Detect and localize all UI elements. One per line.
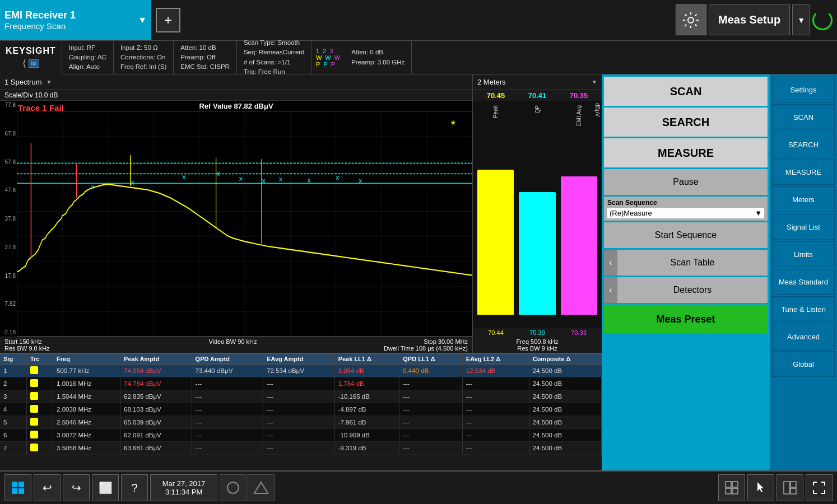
trace3-num: 3 xyxy=(329,48,333,54)
svg-rect-33 xyxy=(790,488,796,494)
preamp2-status: Preamp: 3.00 GHz xyxy=(351,58,404,67)
cell-qpd: --- xyxy=(192,390,263,403)
scan-table-arrow[interactable]: ‹ xyxy=(604,250,617,276)
meas-standard-btn[interactable]: Meas Standard xyxy=(772,269,835,295)
meter-res-bw: Res BW 9 kHz xyxy=(475,345,599,352)
add-button[interactable]: + xyxy=(156,8,180,32)
table-row[interactable]: 1 500.77 kHz 74.054 dBμV 73.440 dBμV 72.… xyxy=(0,365,602,377)
cell-qpd: 73.440 dBμV xyxy=(192,365,263,377)
measure-button[interactable]: MEASURE xyxy=(604,138,768,167)
undo-button[interactable]: ↩ xyxy=(34,474,61,501)
cell-peak-ll1: 1.054 dB xyxy=(334,365,399,377)
meas-setup-dropdown[interactable]: ▼ xyxy=(792,4,810,35)
triangle-shape[interactable] xyxy=(248,474,275,501)
top-bar: EMI Receiver 1 Frequency Scan ▼ + Meas S… xyxy=(0,0,837,41)
spectrum-panel-header: 1 Spectrum ▼ xyxy=(0,74,472,90)
global-btn[interactable]: Global xyxy=(772,351,835,377)
sec-scan-btn[interactable]: SCAN xyxy=(772,104,835,130)
table-row[interactable]: 7 3.5058 MHz 63.681 dBμV --- --- -9.319 … xyxy=(0,442,602,455)
circle-shape[interactable] xyxy=(220,474,247,501)
cell-eavg: --- xyxy=(263,429,335,442)
meas-preset-button[interactable]: Meas Preset xyxy=(604,305,768,334)
svg-text:×: × xyxy=(216,168,220,179)
grid-view-button[interactable] xyxy=(718,474,745,501)
pause-button[interactable]: Pause xyxy=(604,169,768,195)
cell-freq: 1.5044 MHz xyxy=(53,390,120,403)
meter-cyan-top: 70.41 xyxy=(517,91,558,100)
inputz-status: Input Z: 50 Ω xyxy=(120,43,166,53)
start-sequence-button[interactable]: Start Sequence xyxy=(604,222,768,248)
atten2-status: Atten: 0 dB xyxy=(351,48,404,57)
cell-trc xyxy=(26,390,53,403)
search-button[interactable]: SEARCH xyxy=(604,108,768,137)
table-row[interactable]: 6 3.0072 MHz 62.091 dBμV --- --- -10.909… xyxy=(0,429,602,442)
advanced-btn[interactable]: Advanced xyxy=(772,324,835,349)
cell-composite: 24.500 dB xyxy=(529,365,601,377)
svg-rect-21 xyxy=(12,482,17,487)
cell-eavg: --- xyxy=(263,377,335,390)
tune-listen-btn[interactable]: Tune & Listen xyxy=(772,296,835,322)
table-row[interactable]: 2 1.0016 MHz 74.784 dBμV --- --- 1.784 d… xyxy=(0,377,602,390)
svg-text:×: × xyxy=(336,172,340,183)
sidebar-top: SCAN SEARCH MEASURE Pause Scan Sequence … xyxy=(602,74,837,470)
y-label-1: 67.8 xyxy=(0,130,17,137)
th-eavg: EAvg Amptd xyxy=(263,354,335,365)
corrections-status: Corrections: On xyxy=(120,53,166,62)
signal-table: Sig Trc Freq Peak Amptd QPD Amptd EAvg A… xyxy=(0,354,602,455)
cell-freq: 3.5058 MHz xyxy=(53,442,120,455)
spin-indicator xyxy=(812,10,833,30)
table-row[interactable]: 5 2.5046 MHz 65.039 dBμV --- --- -7.961 … xyxy=(0,416,602,429)
keysight-text: KEYSIGHT xyxy=(6,46,56,56)
keysight-logo: KEYSIGHT ⟨ lxi xyxy=(0,41,62,74)
cell-peak: 68.103 dBμV xyxy=(120,403,192,416)
meter-yellow-bottom: 70.44 xyxy=(475,329,517,336)
svg-text:×: × xyxy=(359,175,362,186)
cell-composite: 24.500 dB xyxy=(529,377,601,390)
redo-button[interactable]: ↪ xyxy=(63,474,90,501)
scan-sequence-group: Scan Sequence (Re)Measure ▼ xyxy=(604,197,768,221)
detectors-arrow[interactable]: ‹ xyxy=(604,277,617,303)
y-label-4: 37.8 xyxy=(0,216,17,222)
spectrum-canvas[interactable]: Ref Value 87.82 dBμV Trace 1 Fail * 77.8… xyxy=(0,101,472,337)
svg-rect-23 xyxy=(12,488,17,494)
meas-setup-button[interactable]: Meas Setup xyxy=(709,4,790,35)
sec-measure-btn[interactable]: MEASURE xyxy=(772,159,835,185)
copy-button[interactable]: ⬜ xyxy=(92,474,119,501)
gear-button[interactable] xyxy=(676,4,706,35)
title-dropdown-arrow[interactable]: ▼ xyxy=(138,15,147,25)
help-button[interactable]: ? xyxy=(121,474,148,501)
meters-dropdown[interactable]: ▼ xyxy=(592,79,597,85)
sec-search-btn[interactable]: SEARCH xyxy=(772,132,835,157)
scan-button[interactable]: SCAN xyxy=(604,77,768,106)
cell-eavg-ll2: --- xyxy=(462,442,529,455)
remeasure-dropdown[interactable]: (Re)Measure ▼ xyxy=(607,208,764,218)
spectrum-dropdown[interactable]: ▼ xyxy=(46,79,52,85)
cell-eavg: --- xyxy=(263,390,335,403)
detectors-button[interactable]: Detectors xyxy=(617,277,768,303)
pointer-button[interactable] xyxy=(747,474,774,501)
signal-list-btn[interactable]: Signal List xyxy=(772,214,835,240)
fullscreen-button[interactable] xyxy=(806,474,833,501)
scan-table-button[interactable]: Scan Table xyxy=(617,250,768,276)
svg-text:×: × xyxy=(91,181,95,193)
th-qpd-ll1: QPD LL1 Δ xyxy=(399,354,463,365)
cell-peak: 62.835 dBμV xyxy=(120,390,192,403)
layout-button[interactable] xyxy=(776,474,803,501)
bottom-bar: ↩ ↪ ⬜ ? Mar 27, 2017 3:11:34 PM xyxy=(0,470,837,504)
windows-button[interactable] xyxy=(4,474,31,501)
settings-btn[interactable]: Settings xyxy=(772,77,835,102)
remeasure-label: (Re)Measure xyxy=(610,209,652,217)
time-label: 3:11:34 PM xyxy=(165,488,203,496)
trace3-p: P xyxy=(331,61,335,68)
emcstd-status: EMC Std: CISPR xyxy=(180,62,230,72)
meters-btn[interactable]: Meters xyxy=(772,186,835,212)
cell-qpd: --- xyxy=(192,416,263,429)
table-row[interactable]: 4 2.0038 MHz 68.103 dBμV --- --- -4.897 … xyxy=(0,403,602,416)
meters-header: 2 Meters ▼ xyxy=(473,74,602,90)
table-row[interactable]: 3 1.5044 MHz 62.835 dBμV --- --- -10.165… xyxy=(0,390,602,403)
lxi-badge: lxi xyxy=(29,59,39,68)
limits-btn[interactable]: Limits xyxy=(772,241,835,267)
stop-freq: Stop 30.00 MHz xyxy=(424,338,468,345)
status-group-2: Input Z: 50 Ω Corrections: On Freq Ref: … xyxy=(114,41,174,74)
meters-top-values: 70.45 70.41 70.35 xyxy=(473,90,602,101)
